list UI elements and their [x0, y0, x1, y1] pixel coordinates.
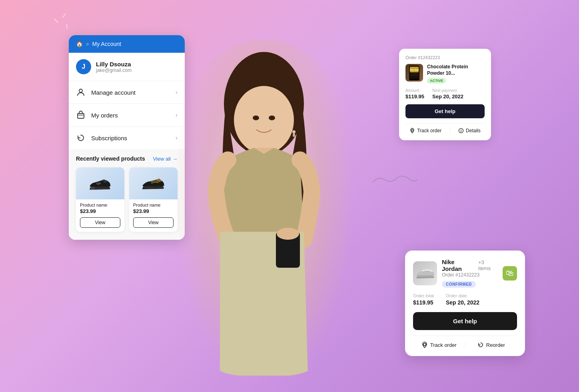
subscription-order-card: Order #12432223 PROTEIN Chocolate Protei…: [399, 49, 491, 140]
svg-point-15: [293, 133, 295, 137]
confirmed-status-badge: CONFIRMED: [442, 281, 476, 288]
shopify-icon: 🛍: [506, 269, 514, 278]
product-image-2: [129, 167, 178, 199]
order-date-col: Order date Sep 20, 2022: [446, 293, 479, 306]
order-header-row: Nike Jordan +3 items Order #12432223 CON…: [413, 259, 517, 288]
breadcrumb-label: My Account: [92, 41, 121, 47]
svg-point-8: [234, 86, 294, 154]
svg-point-11: [277, 228, 299, 240]
next-payment-label: Next payment: [432, 88, 463, 93]
svg-point-7: [224, 52, 304, 156]
next-payment-col: Next payment Sep 20, 2022: [432, 88, 463, 99]
reorder-button[interactable]: Reorder: [465, 342, 517, 348]
user-section: J Lilly Dsouza jake@gmail.com: [69, 53, 185, 81]
box-icon: [76, 110, 86, 120]
product-name-2: Product name: [133, 203, 174, 207]
track-order-button[interactable]: Track order: [413, 342, 465, 348]
user-name: Lilly Dsouza: [96, 61, 132, 68]
next-payment-value: Sep 20, 2022: [432, 94, 463, 99]
track-order-label: Track order: [430, 342, 457, 348]
panel-header: 🏠 > My Account: [69, 35, 185, 53]
svg-rect-18: [410, 73, 418, 76]
order-number: Order #12432223: [442, 272, 498, 278]
protein-powder-thumbnail: PROTEIN: [405, 64, 423, 82]
subscription-product-name: Chocolate Protein Powder 10...: [427, 64, 485, 76]
view-product-1-button[interactable]: View: [80, 217, 120, 228]
svg-rect-9: [254, 148, 274, 164]
amount-col: Amount $119.95: [405, 88, 424, 99]
product-name-1: Product name: [80, 203, 120, 207]
deco-mark-3: |: [66, 22, 68, 29]
svg-point-3: [90, 187, 95, 189]
user-info: Lilly Dsouza jake@gmail.com: [96, 61, 132, 73]
svg-rect-10: [276, 232, 300, 268]
order-total-label: Order total: [413, 293, 434, 298]
subscription-card-footer: Track order Details: [405, 123, 485, 134]
nike-thumbnail: [413, 261, 437, 285]
my-orders-label: My orders: [91, 112, 170, 119]
account-panel: 🏠 > My Account J Lilly Dsouza jake@gmail…: [69, 35, 185, 240]
details-label: Details: [466, 128, 481, 133]
main-order-card: Nike Jordan +3 items Order #12432223 CON…: [405, 251, 525, 356]
subscription-product-row: PROTEIN Chocolate Protein Powder 10... A…: [405, 64, 485, 84]
order-product-name: Nike Jordan: [442, 259, 476, 272]
manage-account-label: Manage account: [91, 89, 170, 96]
chevron-right-icon: ›: [176, 111, 178, 119]
svg-rect-1: [78, 113, 84, 118]
subscription-product-info: Chocolate Protein Powder 10... ACTIVE: [427, 64, 485, 84]
amount-label: Amount: [405, 88, 424, 93]
svg-rect-20: [409, 79, 419, 80]
details-button[interactable]: Details: [458, 128, 481, 133]
person-background: [156, 40, 372, 376]
svg-point-14: [292, 130, 295, 133]
view-product-2-button[interactable]: View: [133, 217, 174, 228]
location-pin-icon-main: [421, 342, 428, 348]
product-info-2: Product name $23.99 View: [129, 199, 178, 232]
chevron-right-icon: ›: [176, 89, 178, 96]
subscriptions-label: Subscriptions: [91, 135, 170, 141]
footer-divider: [450, 127, 450, 134]
subscription-order-id: Order #12432223: [405, 55, 485, 60]
svg-point-24: [461, 129, 461, 130]
product-price-2: $23.99: [133, 208, 174, 214]
order-date-value: Sep 20, 2022: [446, 299, 479, 306]
subscription-get-help-button[interactable]: Get help: [405, 104, 485, 118]
recently-viewed-section: Recently viewed products View all →: [69, 149, 185, 240]
order-details-row: Order total $119.95 Order date Sep 20, 2…: [413, 293, 517, 306]
view-all-button[interactable]: View all →: [153, 156, 178, 162]
track-order-button-small[interactable]: Track order: [409, 128, 441, 133]
shopify-badge: 🛍: [503, 266, 517, 281]
avatar: J: [76, 59, 91, 74]
subscriptions-item[interactable]: Subscriptions ›: [69, 127, 185, 149]
scribble-decoration: [371, 172, 419, 188]
order-date-label: Order date: [446, 293, 479, 298]
main-get-help-button[interactable]: Get help: [413, 312, 517, 330]
main-card-footer: Track order Reorder: [413, 336, 517, 348]
svg-point-12: [253, 115, 259, 120]
my-orders-item[interactable]: My orders ›: [69, 104, 185, 127]
manage-account-item[interactable]: Manage account ›: [69, 81, 185, 104]
track-order-label-small: Track order: [417, 128, 441, 133]
reorder-label: Reorder: [486, 342, 505, 348]
product-price-1: $23.99: [80, 208, 120, 214]
chevron-right-icon: ›: [176, 134, 178, 141]
product-image-1: [76, 167, 124, 199]
svg-text:PROTEIN: PROTEIN: [410, 69, 419, 71]
info-icon: [458, 128, 464, 133]
deco-mark-2: /: [62, 12, 66, 19]
products-grid: Product name $23.99 View: [76, 167, 178, 232]
location-pin-icon: [409, 128, 415, 133]
rv-header: Recently viewed products View all →: [76, 155, 178, 162]
rv-title: Recently viewed products: [76, 155, 145, 162]
product-card-1: Product name $23.99 View: [76, 167, 124, 232]
order-total-col: Order total $119.95: [413, 293, 434, 306]
breadcrumb-separator: >: [86, 41, 89, 47]
home-icon: 🏠: [76, 41, 83, 47]
svg-point-21: [411, 129, 413, 131]
menu-items: Manage account › My orders ›: [69, 81, 185, 149]
active-status-badge: ACTIVE: [427, 78, 446, 84]
svg-point-0: [79, 89, 82, 92]
amount-value: $119.95: [405, 94, 424, 99]
deco-mark-1: \: [53, 17, 59, 25]
svg-point-25: [423, 343, 426, 346]
